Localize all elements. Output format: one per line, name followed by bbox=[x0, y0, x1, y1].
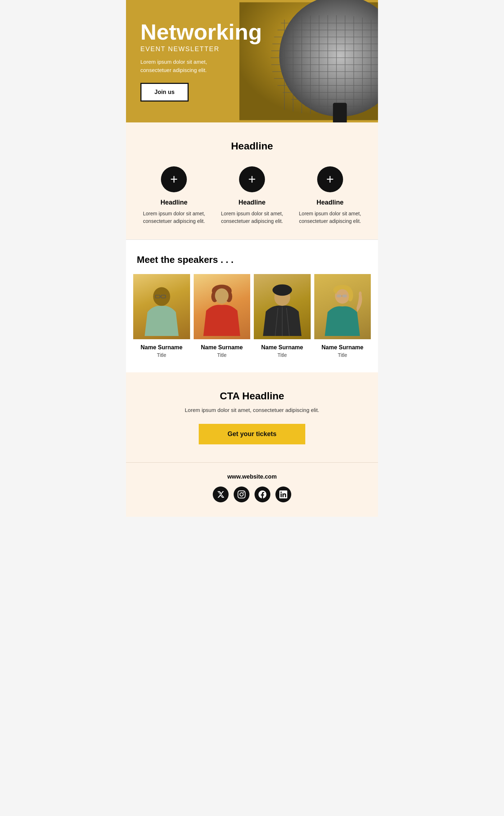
svg-rect-50 bbox=[342, 295, 347, 297]
speaker-title-1: Title bbox=[157, 352, 166, 358]
speaker-silhouette-4 bbox=[320, 281, 365, 339]
speaker-silhouette-1 bbox=[139, 281, 184, 339]
speakers-grid: Name Surname Title bbox=[133, 274, 371, 358]
feature-icon-1: + bbox=[161, 166, 187, 192]
features-section: Headline + Headline Lorem ipsum dolor si… bbox=[126, 122, 378, 239]
cta-description: Lorem ipsum dolor sit amet, consectetuer… bbox=[140, 407, 364, 413]
hero-title: Networking bbox=[140, 21, 250, 43]
svg-point-52 bbox=[359, 291, 362, 296]
cta-section: CTA Headline Lorem ipsum dolor sit amet,… bbox=[126, 372, 378, 462]
twitter-x-icon[interactable] bbox=[213, 487, 229, 502]
svg-rect-29 bbox=[333, 103, 347, 123]
speaker-silhouette-3 bbox=[260, 281, 305, 339]
features-grid: + Headline Lorem ipsum dolor sit amet, c… bbox=[140, 166, 364, 225]
speaker-item-3: Name Surname Title bbox=[254, 274, 311, 358]
speaker-name-2: Name Surname bbox=[201, 344, 243, 351]
join-us-button[interactable]: Join us bbox=[140, 83, 189, 102]
feature-desc-3: Lorem ipsum dolor sit amet, consectetuer… bbox=[296, 210, 364, 225]
social-icons bbox=[140, 487, 364, 502]
speaker-photo-4 bbox=[314, 274, 371, 339]
speakers-section: Meet the speakers . . . Name Surnam bbox=[126, 240, 378, 372]
speaker-title-2: Title bbox=[217, 352, 226, 358]
email-container: Networking EVENT NEWSLETTER Lorem ipsum … bbox=[126, 0, 378, 517]
feature-title-2: Headline bbox=[238, 199, 265, 206]
svg-point-38 bbox=[215, 288, 229, 303]
hero-content: Networking EVENT NEWSLETTER Lorem ipsum … bbox=[126, 6, 265, 116]
feature-item-3: + Headline Lorem ipsum dolor sit amet, c… bbox=[296, 166, 364, 225]
speaker-silhouette-2 bbox=[199, 281, 244, 339]
hero-section: Networking EVENT NEWSLETTER Lorem ipsum … bbox=[126, 0, 378, 122]
speaker-name-1: Name Surname bbox=[141, 344, 183, 351]
speaker-name-4: Name Surname bbox=[321, 344, 364, 351]
get-tickets-button[interactable]: Get your tickets bbox=[199, 424, 305, 444]
facebook-icon[interactable] bbox=[255, 487, 270, 502]
feature-desc-1: Lorem ipsum dolor sit amet, consectetuer… bbox=[140, 210, 208, 225]
feature-item-1: + Headline Lorem ipsum dolor sit amet, c… bbox=[140, 166, 208, 225]
svg-rect-41 bbox=[273, 288, 292, 292]
linkedin-icon[interactable] bbox=[275, 487, 291, 502]
feature-title-3: Headline bbox=[316, 199, 343, 206]
hero-subtitle: EVENT NEWSLETTER bbox=[140, 45, 250, 53]
feature-icon-3: + bbox=[317, 166, 343, 192]
features-headline: Headline bbox=[140, 140, 364, 152]
instagram-icon[interactable] bbox=[234, 487, 249, 502]
footer-section: www.website.com bbox=[126, 462, 378, 517]
speaker-item-2: Name Surname Title bbox=[194, 274, 251, 358]
speaker-title-3: Title bbox=[278, 352, 287, 358]
feature-icon-2: + bbox=[239, 166, 265, 192]
footer-website: www.website.com bbox=[140, 474, 364, 480]
speaker-name-3: Name Surname bbox=[261, 344, 303, 351]
speaker-photo-1 bbox=[133, 274, 190, 339]
feature-title-1: Headline bbox=[161, 199, 188, 206]
hero-description: Lorem ipsum dolor sit amet, consectetuer… bbox=[140, 58, 250, 74]
speaker-title-4: Title bbox=[338, 352, 347, 358]
feature-desc-2: Lorem ipsum dolor sit amet, consectetuer… bbox=[219, 210, 286, 225]
cta-headline: CTA Headline bbox=[140, 390, 364, 402]
speaker-photo-2 bbox=[194, 274, 251, 339]
feature-item-2: + Headline Lorem ipsum dolor sit amet, c… bbox=[219, 166, 286, 225]
svg-rect-49 bbox=[337, 295, 342, 297]
speaker-photo-3 bbox=[254, 274, 311, 339]
speaker-item-4: Name Surname Title bbox=[314, 274, 371, 358]
speaker-item-1: Name Surname Title bbox=[133, 274, 190, 358]
speakers-title: Meet the speakers . . . bbox=[133, 254, 371, 265]
